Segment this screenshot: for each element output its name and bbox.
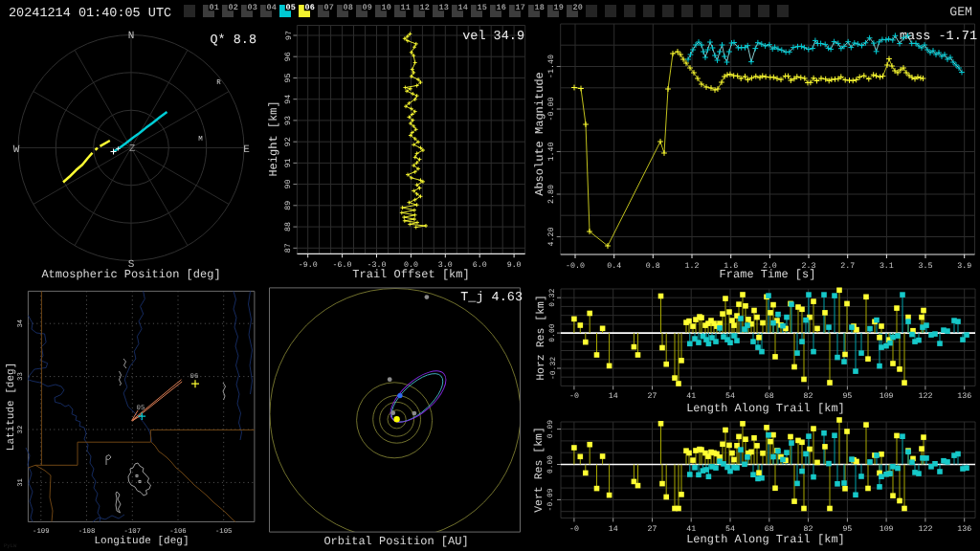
svg-text:0.00: 0.00	[546, 455, 555, 474]
svg-text:9.0: 9.0	[507, 261, 522, 270]
svg-text:05: 05	[286, 3, 296, 12]
svg-text:Atmospheric Position [deg]: Atmospheric Position [deg]	[41, 268, 220, 281]
svg-text:03: 03	[248, 3, 257, 12]
svg-text:-0.00: -0.00	[547, 98, 556, 121]
svg-text:-0: -0	[569, 392, 579, 401]
svg-text:91: 91	[285, 158, 294, 167]
svg-text:N: N	[128, 31, 135, 42]
svg-text:90: 90	[285, 180, 294, 189]
svg-text:14: 14	[458, 3, 468, 12]
svg-text:R: R	[216, 79, 221, 87]
svg-text:94: 94	[285, 95, 294, 104]
svg-text:88: 88	[285, 222, 294, 231]
svg-text:122: 122	[918, 525, 932, 534]
svg-text:4.20: 4.20	[547, 228, 556, 247]
svg-text:3.5: 3.5	[919, 262, 933, 271]
svg-text:16: 16	[497, 3, 506, 12]
svg-text:2.80: 2.80	[547, 185, 556, 204]
svg-text:0.09: 0.09	[546, 420, 555, 438]
svg-text:41: 41	[686, 392, 696, 401]
svg-text:-109: -109	[33, 528, 50, 536]
svg-text:13: 13	[439, 3, 449, 12]
svg-text:Q* 8.8: Q* 8.8	[210, 33, 256, 48]
svg-text:-0.09: -0.09	[546, 488, 555, 511]
svg-text:20241214 01:40:05 UTC: 20241214 01:40:05 UTC	[9, 7, 171, 21]
svg-text:07: 07	[324, 3, 334, 12]
svg-text:2.7: 2.7	[840, 262, 855, 271]
svg-text:vel 34.9: vel 34.9	[462, 30, 524, 44]
svg-text:97: 97	[285, 31, 294, 40]
svg-text:08: 08	[344, 3, 353, 12]
svg-text:6.0: 6.0	[473, 261, 487, 270]
svg-text:136: 136	[957, 392, 971, 401]
svg-text:Vert Res [km]: Vert Res [km]	[533, 427, 546, 513]
svg-text:18: 18	[535, 3, 545, 12]
svg-text:05: 05	[137, 405, 145, 412]
svg-text:17: 17	[516, 3, 525, 12]
svg-text:Orbital Position [AU]: Orbital Position [AU]	[323, 535, 468, 548]
svg-text:06: 06	[190, 373, 199, 381]
svg-text:02: 02	[229, 3, 238, 12]
svg-text:109: 109	[880, 392, 894, 401]
svg-text:Longitude [deg]: Longitude [deg]	[94, 536, 189, 547]
svg-text:Z: Z	[129, 143, 135, 155]
svg-text:87: 87	[285, 243, 294, 253]
svg-text:E: E	[243, 144, 250, 156]
svg-text:136: 136	[957, 525, 971, 534]
svg-text:92: 92	[285, 137, 294, 146]
svg-text:-105: -105	[215, 528, 233, 536]
svg-text:11: 11	[401, 3, 411, 12]
svg-text:04: 04	[267, 3, 277, 12]
svg-text:0.32: 0.32	[549, 288, 558, 306]
svg-text:-106: -106	[169, 528, 187, 536]
svg-text:Frame Time [s]: Frame Time [s]	[720, 268, 816, 281]
svg-text:82: 82	[804, 392, 813, 401]
svg-text:34: 34	[17, 319, 25, 327]
svg-text:14: 14	[609, 525, 618, 534]
svg-text:T_j 4.63: T_j 4.63	[460, 291, 523, 305]
svg-text:32: 32	[17, 426, 25, 434]
svg-text:-6.0: -6.0	[333, 261, 352, 270]
svg-text:31: 31	[17, 477, 25, 486]
svg-text:1.2: 1.2	[685, 262, 700, 271]
svg-text:122: 122	[918, 392, 932, 401]
svg-text:Height [km]: Height [km]	[267, 100, 280, 176]
svg-text:96: 96	[285, 52, 294, 61]
svg-text:-0: -0	[569, 525, 579, 534]
svg-text:54: 54	[725, 392, 735, 401]
svg-text:Trail Offset [km]: Trail Offset [km]	[352, 268, 469, 281]
svg-text:Length Along Trail [km]: Length Along Trail [km]	[686, 402, 845, 415]
svg-text:19: 19	[554, 3, 564, 12]
svg-text:PyLW: PyLW	[4, 542, 17, 549]
svg-text:GEM: GEM	[949, 5, 972, 19]
svg-text:89: 89	[285, 201, 294, 210]
svg-text:Latitude [deg]: Latitude [deg]	[6, 363, 17, 451]
svg-text:1.40: 1.40	[547, 143, 556, 162]
svg-text:93: 93	[285, 116, 294, 125]
svg-text:0.8: 0.8	[646, 262, 660, 271]
svg-text:95: 95	[285, 73, 294, 82]
svg-text:06: 06	[305, 3, 315, 12]
svg-text:Absolute Magnitude: Absolute Magnitude	[533, 72, 546, 196]
svg-text:M: M	[198, 136, 203, 143]
svg-text:01: 01	[210, 3, 219, 12]
svg-text:-9.0: -9.0	[299, 261, 318, 270]
svg-text:27: 27	[647, 525, 657, 534]
svg-text:33: 33	[17, 372, 25, 381]
svg-text:-1.40: -1.40	[547, 55, 556, 78]
svg-text:W: W	[13, 144, 20, 156]
svg-text:-107: -107	[124, 528, 142, 536]
svg-text:68: 68	[765, 392, 774, 401]
svg-text:Length Along Trail [km]: Length Along Trail [km]	[686, 533, 845, 546]
svg-text:109: 109	[880, 525, 894, 534]
svg-text:0.4: 0.4	[607, 262, 621, 271]
svg-text:27: 27	[647, 392, 657, 401]
svg-text:09: 09	[363, 3, 372, 12]
svg-text:-108: -108	[78, 528, 96, 536]
svg-text:3.1: 3.1	[880, 262, 894, 271]
svg-text:12: 12	[420, 3, 430, 12]
svg-text:20: 20	[573, 3, 583, 12]
svg-text:Horz Res [km]: Horz Res [km]	[535, 295, 547, 381]
svg-text:3.9: 3.9	[957, 262, 971, 271]
svg-text:95: 95	[842, 392, 852, 401]
